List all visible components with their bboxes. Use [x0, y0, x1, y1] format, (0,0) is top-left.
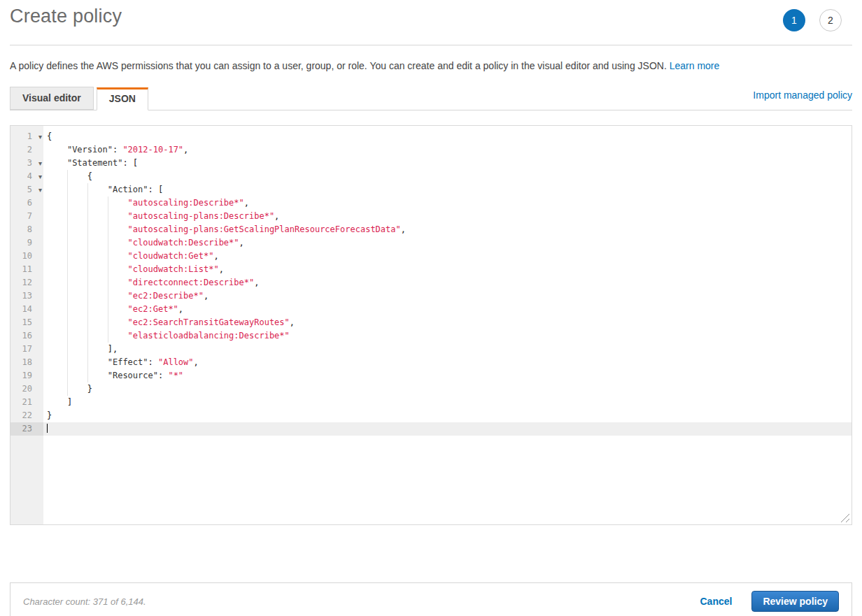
indent-guide: [87, 250, 88, 263]
indent-guide: [67, 183, 68, 196]
line-number: 17: [10, 343, 43, 356]
indent-guide: [108, 289, 108, 303]
line-number: 14: [10, 303, 43, 316]
line-number: 23: [10, 422, 43, 436]
indent-guide: [87, 263, 88, 276]
code-line: {: [43, 130, 852, 143]
indent-guide: [87, 210, 88, 223]
indent-guide: [87, 289, 88, 303]
tab-json[interactable]: JSON: [97, 87, 148, 110]
line-number: 5▾: [10, 183, 43, 196]
indent-guide: [87, 276, 88, 289]
indent-guide: [67, 289, 68, 303]
indent-guide: [108, 316, 108, 329]
code-line: "ec2:SearchTransitGatewayRoutes",: [43, 316, 852, 329]
line-number: 19: [10, 369, 43, 382]
code-line: "cloudwatch:List*",: [43, 263, 852, 276]
indent-guide: [67, 356, 68, 369]
import-managed-policy-link[interactable]: Import managed policy: [753, 89, 852, 108]
step-2-badge: 2: [819, 9, 842, 31]
editor-content[interactable]: { "Version": "2012-10-17", "Statement": …: [43, 126, 852, 524]
code-line: "ec2:Get*",: [43, 303, 852, 316]
character-count: Character count: 371 of 6,144.: [23, 596, 146, 607]
review-policy-button[interactable]: Review policy: [751, 591, 839, 612]
indent-guide: [67, 303, 68, 316]
code-line: ],: [43, 343, 852, 356]
code-line: "autoscaling-plans:Describe*",: [43, 210, 852, 223]
fold-arrow-icon[interactable]: ▾: [38, 170, 42, 183]
indent-guide: [108, 276, 108, 289]
indent-guide: [87, 356, 88, 369]
line-number: 15: [10, 316, 43, 329]
cancel-button[interactable]: Cancel: [700, 596, 732, 607]
fold-arrow-icon[interactable]: ▾: [38, 157, 42, 170]
code-line: "directconnect:Describe*",: [43, 276, 852, 289]
indent-guide: [87, 369, 88, 382]
indent-guide: [87, 223, 88, 236]
indent-guide: [67, 316, 68, 329]
code-line: }: [43, 382, 852, 396]
line-number: 6: [10, 196, 43, 210]
json-editor[interactable]: 1▾23▾4▾5▾6789101112131415161718192021222…: [10, 125, 852, 525]
step-1-label: 1: [791, 15, 797, 26]
line-number: 12: [10, 276, 43, 289]
line-number: 4▾: [10, 170, 43, 183]
fold-arrow-icon[interactable]: ▾: [38, 130, 42, 143]
footer-actions: Cancel Review policy: [700, 591, 839, 612]
page-title: Create policy: [10, 6, 122, 27]
code-line: "Statement": [: [43, 157, 852, 170]
indent-guide: [67, 343, 68, 356]
indent-guide: [87, 183, 88, 196]
page-header: Create policy 1 2: [10, 0, 852, 45]
intro-description: A policy defines the AWS permissions tha…: [10, 60, 670, 71]
indent-guide: [67, 263, 68, 276]
code-line: "Action": [: [43, 183, 852, 196]
step-2-label: 2: [828, 15, 833, 26]
create-policy-page: Create policy 1 2 A policy defines the A…: [0, 0, 862, 616]
step-indicator: 1 2: [783, 9, 842, 31]
line-number: 20: [10, 382, 43, 396]
indent-guide: [67, 382, 68, 396]
line-number: 1▾: [10, 130, 43, 143]
learn-more-link[interactable]: Learn more: [670, 60, 720, 71]
indent-guide: [108, 250, 108, 263]
indent-guide: [87, 316, 88, 329]
indent-guide: [67, 170, 68, 183]
code-line: "cloudwatch:Get*",: [43, 250, 852, 263]
code-line: "Resource": "*": [43, 369, 852, 382]
line-number: 11: [10, 263, 43, 276]
intro-text: A policy defines the AWS permissions tha…: [10, 45, 852, 71]
code-line: "cloudwatch:Describe*",: [43, 236, 852, 250]
line-number: 8: [10, 223, 43, 236]
line-number: 7: [10, 210, 43, 223]
line-number: 10: [10, 250, 43, 263]
fold-arrow-icon[interactable]: ▾: [38, 183, 42, 196]
text-cursor: [47, 424, 48, 433]
editor-gutter: 1▾23▾4▾5▾6789101112131415161718192021222…: [10, 126, 43, 524]
indent-guide: [87, 303, 88, 316]
line-number: 18: [10, 356, 43, 369]
code-line: {: [43, 170, 852, 183]
indent-guide: [108, 303, 108, 316]
code-line: [43, 422, 852, 436]
line-number: 13: [10, 289, 43, 303]
code-line: "autoscaling:Describe*",: [43, 196, 852, 210]
code-line: "elasticloadbalancing:Describe*": [43, 329, 852, 343]
indent-guide: [108, 263, 108, 276]
tab-visual-editor[interactable]: Visual editor: [10, 87, 94, 110]
step-1-badge: 1: [783, 9, 805, 31]
indent-guide: [87, 196, 88, 210]
indent-guide: [87, 329, 88, 343]
footer-bar: Character count: 371 of 6,144. Cancel Re…: [10, 582, 852, 616]
code-line: "ec2:Describe*",: [43, 289, 852, 303]
indent-guide: [67, 196, 68, 210]
code-line: ]: [43, 396, 852, 409]
indent-guide: [87, 236, 88, 250]
code-line: "Effect": "Allow",: [43, 356, 852, 369]
editor-tabs: Visual editor JSON Import managed policy: [10, 87, 852, 110]
indent-guide: [108, 223, 108, 236]
code-line: "autoscaling-plans:GetScalingPlanResourc…: [43, 223, 852, 236]
line-number: 3▾: [10, 157, 43, 170]
code-line: "Version": "2012-10-17",: [43, 143, 852, 157]
indent-guide: [67, 236, 68, 250]
